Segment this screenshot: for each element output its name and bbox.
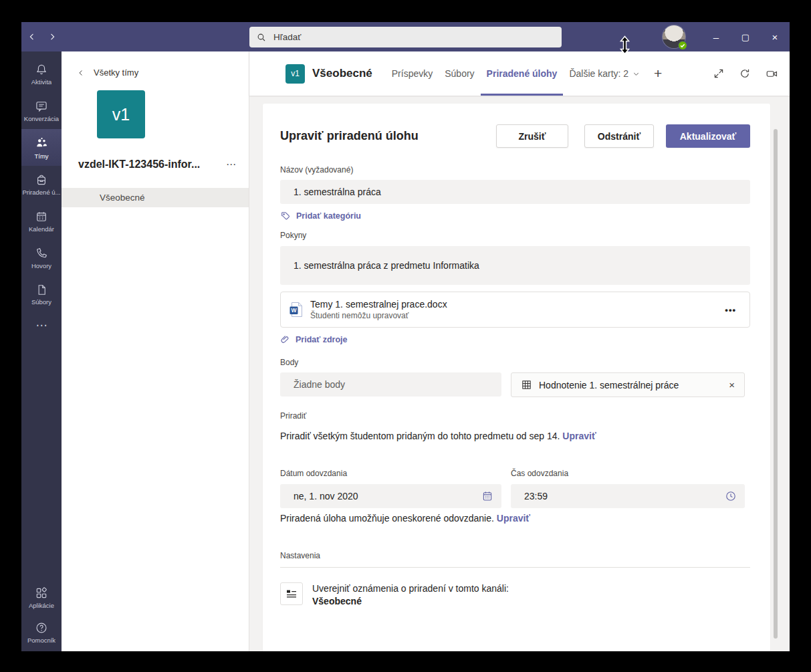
add-category-link[interactable]: Pridať kategóriu	[280, 211, 750, 221]
sidebar-item-label: Konverzácia	[24, 115, 59, 122]
sidebar-item-label: Aktivita	[31, 78, 52, 86]
late-edit-link[interactable]: Upraviť	[497, 513, 530, 524]
add-resources-link[interactable]: Pridať zdroje	[280, 334, 750, 344]
tab-bar: Príspevky Súbory Priradené úlohy Ďalšie …	[386, 51, 646, 96]
channel-item-general[interactable]: Všeobecné	[62, 188, 249, 207]
team-name[interactable]: vzdel-IKT-123456-infor...	[78, 158, 200, 171]
announcement-icon	[280, 582, 303, 605]
clock-icon[interactable]	[725, 490, 737, 502]
instructions-input[interactable]	[292, 259, 742, 271]
update-button[interactable]: Aktualizovať	[666, 124, 750, 148]
remove-rubric-icon[interactable]: ×	[729, 379, 735, 390]
user-avatar[interactable]	[663, 25, 685, 48]
bell-icon	[35, 63, 48, 76]
assignment-card: Upraviť priradenú úlohu Zrušiť Odstrániť…	[263, 104, 770, 651]
sidebar-item-calls[interactable]: Hovory	[21, 239, 62, 276]
add-tab-button[interactable]: +	[654, 66, 662, 82]
word-file-icon: W	[289, 302, 303, 318]
tab-files[interactable]: Súbory	[439, 51, 480, 96]
title-bar: – ▢ ×	[21, 22, 790, 51]
attachment-row[interactable]: W Temy 1. semestralnej prace.docx Študen…	[280, 292, 750, 328]
settings-divider	[280, 567, 750, 568]
header-actions	[713, 68, 779, 80]
instructions-label: Pokyny	[280, 231, 750, 240]
search-icon	[256, 32, 267, 43]
sidebar-item-label: Aplikácie	[29, 602, 54, 609]
announcement-setting: Uverejniť oznámenia o priradení v tomto …	[280, 582, 750, 608]
name-input[interactable]	[292, 186, 742, 198]
points-row: Hodnotenie 1. semestrálnej práce ×	[280, 367, 750, 397]
history-nav	[27, 22, 57, 51]
svg-text:W: W	[291, 307, 297, 314]
sidebar-item-label: Kalendár	[29, 225, 54, 233]
refresh-icon[interactable]	[739, 68, 751, 80]
file-icon	[35, 284, 48, 296]
sidebar-item-teams[interactable]: Tímy	[21, 129, 62, 166]
help-icon	[35, 621, 48, 635]
sidebar-item-activity[interactable]: Aktivita	[21, 55, 62, 92]
tab-assignments[interactable]: Priradené úlohy	[481, 51, 564, 96]
assign-description: Priradiť všetkým študentom pridaným do t…	[280, 431, 750, 441]
scrollbar[interactable]	[774, 129, 778, 639]
settings-label: Nastavenia	[280, 551, 750, 560]
sidebar-item-assignments[interactable]: Priradené ú...	[21, 166, 62, 203]
chevron-down-icon	[632, 70, 640, 78]
meet-now-camera-icon[interactable]	[765, 68, 779, 80]
tag-icon	[280, 211, 291, 221]
teams-icon	[34, 136, 49, 150]
rail-more-icon[interactable]: ⋯	[21, 322, 62, 329]
points-input[interactable]	[292, 378, 493, 390]
delete-button[interactable]: Odstrániť	[584, 124, 654, 148]
name-label: Názov (vyžadované)	[280, 165, 750, 175]
sidebar-item-chat[interactable]: Konverzácia	[21, 92, 62, 129]
forward-chevron-icon[interactable]	[47, 31, 57, 42]
paperclip-icon	[280, 334, 290, 344]
phone-icon	[35, 247, 48, 260]
presence-available-icon	[678, 41, 687, 50]
form-header: Upraviť priradenú úlohu Zrušiť Odstrániť…	[280, 124, 750, 148]
sidebar-item-label: Hovory	[31, 262, 51, 269]
cancel-button[interactable]: Zrušiť	[496, 124, 568, 148]
attachment-more-icon[interactable]: •••	[725, 305, 736, 315]
attachment-file-name: Temy 1. semestralnej prace.docx	[310, 299, 447, 310]
calendar-picker-icon[interactable]	[481, 490, 493, 502]
page-title: Upraviť priradenú úlohu	[280, 129, 419, 143]
points-label: Body	[280, 358, 750, 367]
expand-icon[interactable]	[713, 68, 725, 80]
due-time-input[interactable]	[523, 490, 725, 502]
sidebar-item-files[interactable]: Súbory	[21, 276, 62, 313]
due-row: Dátum odovzdania Čas odovzdania	[280, 469, 750, 508]
team-avatar[interactable]: v1	[97, 90, 145, 138]
sidebar-item-label: Pomocník	[27, 637, 55, 644]
maximize-button[interactable]: ▢	[731, 22, 760, 51]
search-input[interactable]	[272, 31, 555, 43]
sidebar-item-label: Tímy	[34, 152, 48, 160]
team-more-icon[interactable]: ⋯	[226, 158, 237, 171]
assign-edit-link[interactable]: Upraviť	[562, 431, 596, 441]
tab-posts[interactable]: Príspevky	[386, 51, 439, 96]
announcement-channel: Všeobecné	[312, 596, 362, 606]
due-date-label: Dátum odovzdania	[280, 469, 501, 478]
close-button[interactable]: ×	[760, 22, 790, 51]
announcement-text: Uverejniť oznámenia o priradení v tomto …	[312, 582, 521, 608]
all-teams-back-link[interactable]: Všetky tímy	[77, 68, 138, 78]
sidebar-item-apps[interactable]: Aplikácie	[21, 580, 62, 615]
rubric-name: Hodnotenie 1. semestrálnej práce	[539, 380, 722, 390]
team-header: vzdel-IKT-123456-infor... ⋯	[78, 158, 237, 171]
due-date-input[interactable]	[292, 490, 481, 502]
channel-name: Všeobecné	[100, 193, 145, 203]
sidebar-item-calendar[interactable]: Kalendár	[21, 203, 62, 239]
ns-resize-cursor	[619, 35, 630, 55]
back-chevron-icon[interactable]	[27, 31, 37, 42]
app-rail: Aktivita Konverzácia Tímy Priradené ú...…	[21, 51, 62, 651]
attachment-permission-note: Študenti nemôžu upravovať	[310, 311, 447, 320]
rubric-chip[interactable]: Hodnotenie 1. semestrálnej práce ×	[511, 372, 745, 397]
rubric-grid-icon	[521, 379, 532, 390]
sidebar-item-help[interactable]: Pomocník	[21, 615, 62, 650]
search-bar[interactable]	[249, 27, 562, 47]
assign-label: Priradiť	[280, 411, 750, 421]
instructions-field-wrap	[280, 246, 750, 285]
minimize-button[interactable]: –	[701, 22, 731, 51]
tab-more-tabs[interactable]: Ďalšie karty: 2	[563, 51, 646, 96]
chevron-left-icon	[77, 69, 85, 77]
